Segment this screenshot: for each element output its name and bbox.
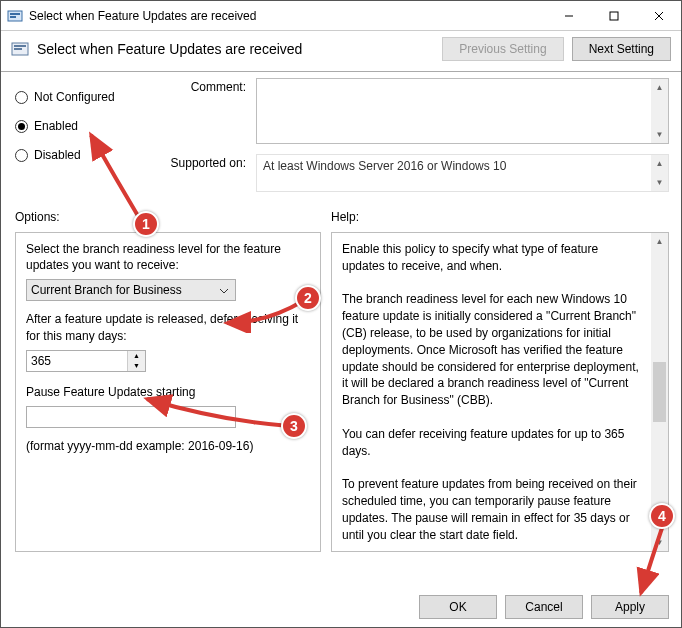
titlebar: Select when Feature Updates are received xyxy=(1,1,681,31)
scrollbar[interactable]: ▲ ▼ xyxy=(651,79,668,143)
spin-up-icon[interactable]: ▲ xyxy=(128,351,145,361)
next-setting-button[interactable]: Next Setting xyxy=(572,37,671,61)
annotation-badge-1: 1 xyxy=(133,211,159,237)
scrollbar[interactable]: ▲ ▼ xyxy=(651,155,668,191)
comment-input[interactable]: ▲ ▼ xyxy=(256,78,669,144)
previous-setting-button: Previous Setting xyxy=(442,37,563,61)
svg-rect-9 xyxy=(14,48,22,50)
comment-label: Comment: xyxy=(161,78,256,94)
annotation-badge-3: 3 xyxy=(281,413,307,439)
dialog-buttons: OK Cancel Apply xyxy=(419,595,669,619)
maximize-button[interactable] xyxy=(591,1,636,30)
radio-enabled[interactable]: Enabled xyxy=(15,115,161,144)
annotation-badge-2: 2 xyxy=(295,285,321,311)
scroll-up-icon[interactable]: ▲ xyxy=(651,155,668,172)
scroll-down-icon[interactable]: ▼ xyxy=(651,174,668,191)
annotation-badge-4: 4 xyxy=(649,503,675,529)
branch-readiness-label: Select the branch readiness level for th… xyxy=(26,241,310,273)
policy-window: Select when Feature Updates are received… xyxy=(0,0,682,628)
spin-down-icon[interactable]: ▼ xyxy=(128,361,145,371)
chevron-down-icon xyxy=(216,283,232,299)
pause-date-input[interactable] xyxy=(26,406,236,428)
scroll-down-icon[interactable]: ▼ xyxy=(651,126,668,143)
radio-disabled[interactable]: Disabled xyxy=(15,144,161,173)
svg-rect-2 xyxy=(10,16,16,18)
policy-icon xyxy=(11,40,29,58)
defer-days-label: After a feature update is released, defe… xyxy=(26,311,310,343)
help-text: Enable this policy to specify what type … xyxy=(332,233,668,551)
help-panel: Enable this policy to specify what type … xyxy=(331,232,669,552)
scroll-thumb[interactable] xyxy=(653,362,666,422)
gpedit-icon xyxy=(7,8,23,24)
supported-on-field: At least Windows Server 2016 or Windows … xyxy=(256,154,669,192)
scroll-up-icon[interactable]: ▲ xyxy=(651,233,668,250)
help-label: Help: xyxy=(331,210,359,224)
scroll-up-icon[interactable]: ▲ xyxy=(651,79,668,96)
close-button[interactable] xyxy=(636,1,681,30)
ok-button[interactable]: OK xyxy=(419,595,497,619)
svg-rect-4 xyxy=(610,12,618,20)
minimize-button[interactable] xyxy=(546,1,591,30)
section-labels: Options: Help: xyxy=(1,202,681,232)
window-title: Select when Feature Updates are received xyxy=(29,9,546,23)
radio-not-configured[interactable]: Not Configured xyxy=(15,86,161,115)
apply-button[interactable]: Apply xyxy=(591,595,669,619)
supported-on-label: Supported on: xyxy=(161,154,256,170)
pause-format-hint: (format yyyy-mm-dd example: 2016-09-16) xyxy=(26,438,310,454)
scroll-down-icon[interactable]: ▼ xyxy=(651,534,668,551)
svg-rect-8 xyxy=(14,45,26,47)
svg-rect-1 xyxy=(10,13,20,15)
cancel-button[interactable]: Cancel xyxy=(505,595,583,619)
branch-readiness-combo[interactable]: Current Branch for Business xyxy=(26,279,236,301)
options-label: Options: xyxy=(15,210,331,224)
defer-days-input[interactable]: ▲ ▼ xyxy=(26,350,146,372)
subheader-title: Select when Feature Updates are received xyxy=(37,41,442,57)
options-panel: Select the branch readiness level for th… xyxy=(15,232,321,552)
pause-label: Pause Feature Updates starting xyxy=(26,384,310,400)
state-radios: Not Configured Enabled Disabled xyxy=(1,72,161,175)
subheader: Select when Feature Updates are received… xyxy=(1,31,681,72)
